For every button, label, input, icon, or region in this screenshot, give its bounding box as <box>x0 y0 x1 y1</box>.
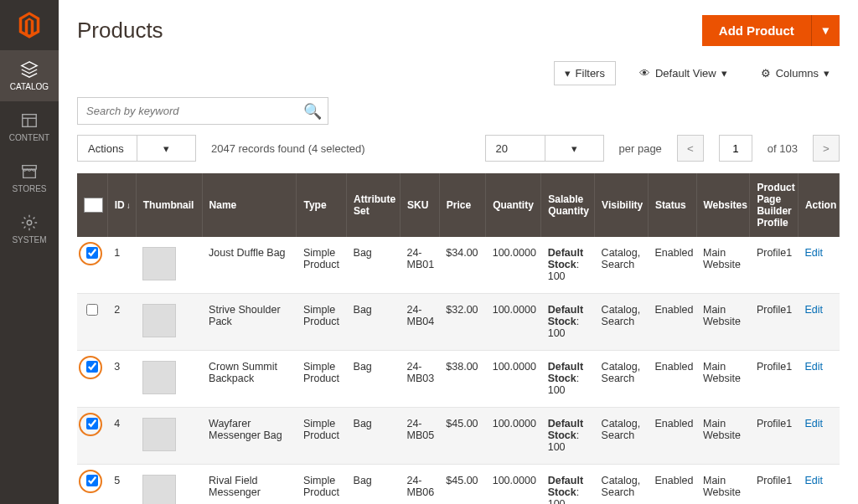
cell-type: Simple Product <box>297 237 347 294</box>
add-product-button[interactable]: Add Product <box>702 15 811 46</box>
cell-name: Wayfarer Messenger Bag <box>202 408 297 465</box>
cell-visibility: Catalog, Search <box>595 351 649 408</box>
sort-arrow-icon: ↓ <box>127 201 131 210</box>
cell-websites: Main Website <box>696 294 750 351</box>
col-sku[interactable]: SKU <box>400 173 439 237</box>
caret-down-icon: ▾ <box>721 67 727 80</box>
nav-stores[interactable]: STORES <box>0 152 59 203</box>
cell-thumbnail <box>136 465 202 505</box>
nav-system[interactable]: SYSTEM <box>0 203 59 255</box>
col-action[interactable]: Action <box>798 173 839 237</box>
row-checkbox[interactable] <box>86 418 98 429</box>
total-pages-label: of 103 <box>768 142 798 155</box>
cell-qty: 100.0000 <box>486 351 541 408</box>
cell-attr: Bag <box>347 237 401 294</box>
col-type[interactable]: Type <box>297 173 347 237</box>
row-checkbox[interactable] <box>86 247 98 259</box>
col-price[interactable]: Price <box>439 173 485 237</box>
col-profile[interactable]: Product Page Builder Profile <box>750 173 799 237</box>
default-view-button[interactable]: 👁 Default View ▾ <box>629 61 737 85</box>
svg-point-3 <box>27 220 32 225</box>
cell-price: $45.00 <box>439 408 485 465</box>
filters-button[interactable]: ▾ Filters <box>554 61 616 85</box>
cell-profile: Profile1 <box>750 465 799 505</box>
magento-logo[interactable] <box>0 0 59 50</box>
cell-thumbnail <box>136 351 202 408</box>
product-thumbnail <box>142 418 176 451</box>
search-icon[interactable]: 🔍 <box>303 102 322 121</box>
table-row[interactable]: 4Wayfarer Messenger BagSimple ProductBag… <box>77 408 840 465</box>
gear-icon: ⚙ <box>761 67 771 80</box>
product-thumbnail <box>142 304 176 337</box>
cell-sku: 24-MB06 <box>400 465 439 505</box>
cell-type: Simple Product <box>297 351 347 408</box>
search-input[interactable] <box>77 97 328 125</box>
cell-sku: 24-MB03 <box>400 351 439 408</box>
cell-id: 3 <box>107 351 136 408</box>
cell-type: Simple Product <box>297 408 347 465</box>
col-status[interactable]: Status <box>649 173 697 237</box>
cell-price: $38.00 <box>439 351 485 408</box>
next-page-button[interactable]: > <box>813 135 840 162</box>
row-checkbox[interactable] <box>86 361 98 373</box>
col-id[interactable]: ID↓ <box>107 173 136 237</box>
cell-thumbnail <box>136 237 202 294</box>
cell-salable: Default Stock: 100 <box>541 351 595 408</box>
cell-price: $45.00 <box>439 465 485 505</box>
col-name[interactable]: Name <box>202 173 297 237</box>
col-quantity[interactable]: Quantity <box>486 173 541 237</box>
table-row[interactable]: 5Rival Field MessengerSimple ProductBag2… <box>77 465 840 505</box>
actions-dropdown[interactable]: Actions ▾ <box>77 135 196 162</box>
row-checkbox[interactable] <box>86 304 98 316</box>
cell-thumbnail <box>136 294 202 351</box>
cell-salable: Default Stock: 100 <box>541 465 595 505</box>
caret-down-icon: ▾ <box>137 136 195 161</box>
table-row[interactable]: 2Strive Shoulder PackSimple ProductBag24… <box>77 294 840 351</box>
cell-salable: Default Stock: 100 <box>541 294 595 351</box>
nav-content[interactable]: CONTENT <box>0 101 59 152</box>
add-product-dropdown[interactable]: ▼ <box>811 15 840 46</box>
cell-attr: Bag <box>347 294 401 351</box>
row-checkbox[interactable] <box>86 475 98 486</box>
cell-attr: Bag <box>347 351 401 408</box>
page-title: Products <box>77 18 163 44</box>
funnel-icon: ▾ <box>565 67 571 80</box>
edit-link[interactable]: Edit <box>804 418 823 429</box>
cell-salable: Default Stock: 100 <box>541 408 595 465</box>
cell-price: $34.00 <box>439 237 485 294</box>
col-websites[interactable]: Websites <box>696 173 750 237</box>
edit-link[interactable]: Edit <box>804 475 823 486</box>
prev-page-button[interactable]: < <box>677 135 704 162</box>
per-page-label: per page <box>619 142 662 155</box>
edit-link[interactable]: Edit <box>804 304 823 316</box>
svg-rect-0 <box>23 115 37 127</box>
cell-sku: 24-MB01 <box>400 237 439 294</box>
cell-visibility: Catalog, Search <box>595 237 649 294</box>
nav-catalog[interactable]: CATALOG <box>0 50 59 101</box>
cell-profile: Profile1 <box>750 294 799 351</box>
columns-button[interactable]: ⚙ Columns ▾ <box>751 61 840 85</box>
cell-status: Enabled <box>649 465 697 505</box>
nav-label: SYSTEM <box>12 235 46 244</box>
col-checkbox[interactable]: ▪▼ <box>77 173 107 237</box>
nav-label: CONTENT <box>9 133 49 142</box>
cell-type: Simple Product <box>297 294 347 351</box>
edit-link[interactable]: Edit <box>804 247 823 259</box>
page-number-input[interactable] <box>719 135 752 162</box>
col-visibility[interactable]: Visibility <box>595 173 649 237</box>
nav-label: STORES <box>13 184 47 193</box>
col-attribute-set[interactable]: Attribute Set <box>347 173 401 237</box>
cell-id: 2 <box>107 294 136 351</box>
admin-sidebar: CATALOG CONTENT STORES SYSTEM <box>0 0 59 504</box>
cell-qty: 100.0000 <box>486 294 541 351</box>
product-grid: ▪▼ ID↓ Thumbnail Name Type Attribute Set… <box>77 173 840 504</box>
col-salable[interactable]: Salable Quantity <box>541 173 595 237</box>
page-size-select[interactable]: 20 ▾ <box>485 135 604 162</box>
table-row[interactable]: 3Crown Summit BackpackSimple ProductBag2… <box>77 351 840 408</box>
col-thumbnail[interactable]: Thumbnail <box>136 173 202 237</box>
cell-type: Simple Product <box>297 465 347 505</box>
table-row[interactable]: 1Joust Duffle BagSimple ProductBag24-MB0… <box>77 237 840 294</box>
cell-salable: Default Stock: 100 <box>541 237 595 294</box>
edit-link[interactable]: Edit <box>804 361 823 373</box>
eye-icon: 👁 <box>639 67 650 80</box>
